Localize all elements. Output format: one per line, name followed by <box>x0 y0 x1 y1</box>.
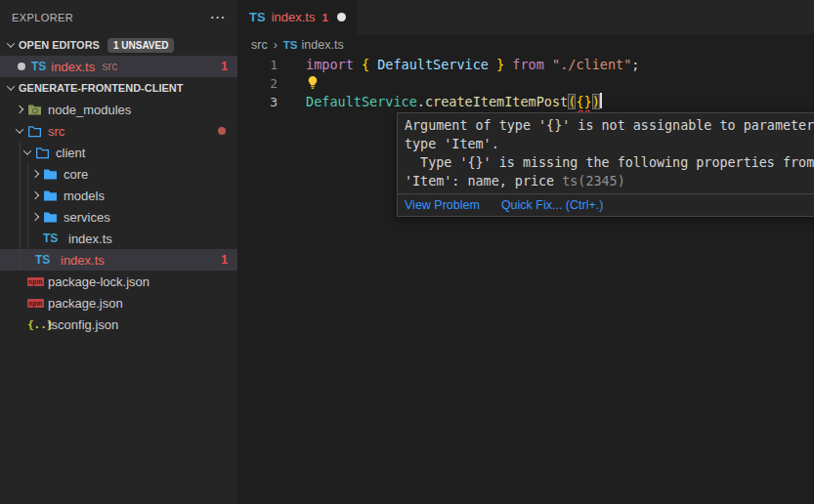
error-code-ref: ts(2345) <box>562 174 625 189</box>
typescript-file-icon: TS <box>31 60 46 73</box>
folder-icon <box>43 211 64 224</box>
open-editors-label: OPEN EDITORS <box>19 39 100 51</box>
tab-bar: TS index.ts 1 <box>237 0 814 34</box>
lightbulb-icon[interactable] <box>306 75 320 95</box>
error-count-badge: 1 <box>221 253 228 267</box>
folder-icon <box>43 168 64 181</box>
error-message-line: 'Item': name, price ts(2345) <box>405 172 814 190</box>
text-cursor <box>600 93 602 108</box>
tree-item-package-lock-json[interactable]: npm package-lock.json <box>0 271 237 292</box>
folder-open-icon <box>35 147 56 159</box>
tab-modified-dot-icon[interactable] <box>337 13 346 21</box>
breadcrumb-folder[interactable]: src <box>251 38 268 52</box>
explorer-header: EXPLORER ⋯ <box>0 0 237 34</box>
tab-error-count: 1 <box>321 12 327 23</box>
folder-problem-dot-badge <box>218 127 226 135</box>
open-editor-description: src <box>102 60 117 73</box>
chevron-down-icon <box>16 125 23 133</box>
tree-item-label: index.ts <box>61 253 105 268</box>
tree-item-client-index-ts[interactable]: TS index.ts <box>0 228 237 249</box>
workspace-label: GENERATE-FRONTEND-CLIENT <box>19 82 183 94</box>
chevron-right-icon <box>31 170 39 178</box>
explorer-sidebar: EXPLORER ⋯ OPEN EDITORS 1 UNSAVED TS ind… <box>0 0 237 504</box>
line-number: 1 <box>237 56 306 74</box>
tree-item-tsconfig-json[interactable]: {..} tsconfig.json <box>0 314 237 335</box>
breadcrumb-separator-icon: › <box>274 38 278 52</box>
error-message: Argument of type '{}' is not assignable … <box>398 113 814 193</box>
npm-file-icon: npm <box>27 299 48 308</box>
code-editor[interactable]: 1 import { DefaultService } from "./clie… <box>237 56 814 111</box>
quick-fix-link[interactable]: Quick Fix... (Ctrl+.) <box>501 198 604 212</box>
tree-item-label: services <box>64 210 110 225</box>
line-number: 2 <box>237 74 306 93</box>
chevron-right-icon <box>16 105 23 113</box>
typescript-file-icon: TS <box>35 253 56 267</box>
tab-index-ts[interactable]: TS index.ts 1 <box>237 0 358 34</box>
tree-item-client[interactable]: client <box>0 142 237 163</box>
indent-guide <box>27 163 28 249</box>
view-problem-link[interactable]: View Problem <box>405 198 480 212</box>
typescript-file-icon: TS <box>43 231 64 245</box>
open-editor-item-index-ts[interactable]: TS index.ts src 1 <box>0 56 237 77</box>
error-message-line: Type '{}' is missing the following prope… <box>405 153 814 172</box>
code-line-2: 2 <box>237 74 814 93</box>
error-message-line: Argument of type '{}' is not assignable … <box>405 116 814 135</box>
npm-file-icon: npm <box>27 277 48 286</box>
chevron-right-icon <box>31 213 39 221</box>
unsaved-badge: 1 UNSAVED <box>107 38 175 53</box>
line-number: 3 <box>237 93 306 111</box>
error-message-line: type 'Item'. <box>405 135 814 153</box>
tree-item-label: client <box>56 146 85 160</box>
tree-item-label: models <box>64 189 105 203</box>
indent-guide <box>20 142 21 271</box>
code-line-1: 1 import { DefaultService } from "./clie… <box>237 56 814 74</box>
explorer-title: EXPLORER <box>12 12 73 23</box>
typescript-file-icon: TS <box>249 10 266 24</box>
folder-open-icon <box>27 125 48 138</box>
more-actions-icon[interactable]: ⋯ <box>210 13 226 22</box>
open-editor-filename: index.ts <box>51 60 95 74</box>
tree-item-services[interactable]: services <box>0 206 237 228</box>
open-editors-section-header[interactable]: OPEN EDITORS 1 UNSAVED <box>0 34 237 56</box>
vscode-window: EXPLORER ⋯ OPEN EDITORS 1 UNSAVED TS ind… <box>0 0 814 504</box>
chevron-down-icon <box>7 82 15 90</box>
breadcrumb-file[interactable]: index.ts <box>302 38 344 52</box>
typescript-file-icon: TS <box>283 39 298 51</box>
breadcrumb: src › TS index.ts <box>237 34 814 56</box>
json-file-icon: {..} <box>27 318 48 331</box>
tree-item-node-modules[interactable]: node_modules <box>0 99 237 120</box>
folder-icon <box>43 189 64 202</box>
tree-item-models[interactable]: models <box>0 185 237 206</box>
tree-item-label: package.json <box>48 296 123 311</box>
modified-dot-icon[interactable] <box>18 63 25 70</box>
tree-item-package-json[interactable]: npm package.json <box>0 292 237 314</box>
tree-item-label: core <box>64 167 88 182</box>
workspace-section-header[interactable]: GENERATE-FRONTEND-CLIENT <box>0 77 237 99</box>
folder-icon-node-modules <box>27 104 48 116</box>
tree-item-label: package-lock.json <box>48 274 150 289</box>
hover-action-bar: View Problem Quick Fix... (Ctrl+.) <box>398 193 814 216</box>
tree-item-core[interactable]: core <box>0 163 237 185</box>
tab-title: index.ts <box>272 10 316 24</box>
code-line-3: 3 DefaultService.createItemItemPost({}) <box>237 93 814 111</box>
error-count-badge: 1 <box>221 60 228 73</box>
error-hover-widget: Argument of type '{}' is not assignable … <box>397 112 814 217</box>
tree-item-src-index-ts[interactable]: TS index.ts 1 <box>0 249 237 271</box>
chevron-down-icon <box>23 147 31 154</box>
tree-item-label: tsconfig.json <box>48 317 118 332</box>
tree-item-label: index.ts <box>68 231 112 246</box>
chevron-down-icon <box>7 39 15 47</box>
file-tree: node_modules src client core <box>0 99 237 335</box>
tree-item-label: src <box>48 124 64 139</box>
chevron-right-icon <box>31 191 39 199</box>
tree-item-label: node_modules <box>48 103 131 117</box>
tree-item-src[interactable]: src <box>0 120 237 142</box>
editor-group: TS index.ts 1 src › TS index.ts 1 import… <box>237 0 814 504</box>
